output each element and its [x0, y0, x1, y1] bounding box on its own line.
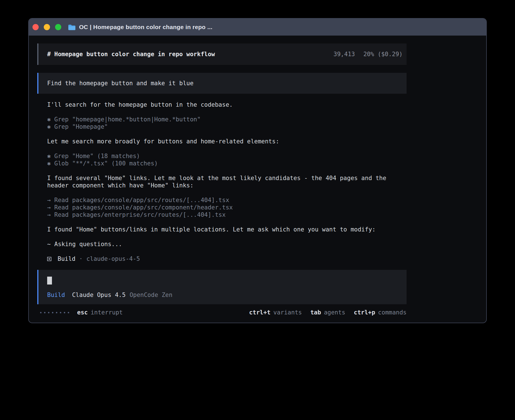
- folder-icon: [68, 24, 76, 30]
- shortcut-key: ctrl+t: [249, 309, 270, 316]
- assistant-status-text: ~ Asking questions...: [37, 240, 407, 248]
- prompt-input[interactable]: Build Claude Opus 4.5 OpenCode Zen: [37, 270, 407, 304]
- agent-icon: [47, 257, 51, 261]
- tool-call-read: → Read packages/enterprise/src/routes/[.…: [47, 211, 407, 218]
- tool-call-grep: ✱ Grep "homepage|home.*button|Home.*butt…: [47, 116, 407, 123]
- zoom-button[interactable]: [55, 24, 61, 30]
- input-model-label: Claude Opus 4.5: [72, 291, 126, 299]
- shortcut-label: variants: [273, 309, 302, 316]
- user-message-text: Find the homepage button and make it blu…: [47, 80, 193, 87]
- session-header: # Homepage button color change in repo w…: [37, 43, 407, 65]
- tool-call-read: → Read packages/console/app/src/componen…: [47, 204, 407, 211]
- agent-row: Build · claude-opus-4-5: [37, 255, 407, 262]
- input-meta: Build Claude Opus 4.5 OpenCode Zen: [47, 291, 398, 299]
- status-right: ctrl+t variants tab agents ctrl+p comman…: [249, 309, 407, 316]
- session-stats: 39,413 20% ($0.29): [333, 51, 403, 58]
- window-titlebar[interactable]: OC | Homepage button color change in rep…: [29, 19, 486, 36]
- terminal-content: # Homepage button color change in repo w…: [29, 36, 486, 323]
- tool-call-group: ✱ Grep "homepage|home.*button|Home.*butt…: [37, 116, 407, 130]
- shortcut-key: tab: [310, 309, 321, 316]
- terminal-window: OC | Homepage button color change in rep…: [28, 18, 487, 323]
- assistant-text: Let me search more broadly for buttons a…: [37, 138, 407, 145]
- assistant-text: I found "Home" buttons/links in multiple…: [37, 226, 390, 233]
- tool-call-grep: ✱ Grep "Homepage": [47, 123, 407, 130]
- text-cursor: [47, 277, 52, 285]
- desktop-background: OC | Homepage button color change in rep…: [0, 0, 515, 420]
- shortcut-label-interrupt: interrupt: [91, 309, 123, 316]
- tool-call-glob: ✱ Glob "**/*.tsx" (100 matches): [47, 160, 407, 167]
- shortcut-label: agents: [324, 309, 345, 316]
- agent-name: Build: [58, 255, 75, 262]
- assistant-text: I found several "Home" links. Let me loo…: [37, 174, 390, 189]
- window-title: OC | Homepage button color change in rep…: [79, 24, 212, 30]
- agent-model: claude-opus-4-5: [86, 255, 140, 262]
- tool-call-group: ✱ Grep "Home" (18 matches) ✱ Glob "**/*.…: [37, 152, 407, 167]
- tool-call-grep: ✱ Grep "Home" (18 matches): [47, 152, 407, 160]
- agent-separator: ·: [79, 255, 83, 262]
- close-button[interactable]: [32, 24, 39, 30]
- status-left: esc interrupt: [37, 309, 123, 316]
- input-mode-label: Build: [47, 291, 65, 299]
- context-cost: 20% ($0.29): [363, 51, 403, 58]
- shortcut-agents: tab agents: [310, 309, 345, 316]
- token-count: 39,413: [333, 51, 355, 58]
- status-bar: esc interrupt ctrl+t variants tab agents: [37, 309, 407, 316]
- tool-call-group: → Read packages/console/app/src/routes/[…: [37, 196, 407, 218]
- minimize-button[interactable]: [44, 24, 50, 30]
- user-message: Find the homepage button and make it blu…: [37, 73, 407, 94]
- shortcut-label: commands: [378, 309, 407, 316]
- session-title: # Homepage button color change in repo w…: [47, 51, 215, 58]
- shortcut-commands: ctrl+p commands: [354, 309, 407, 316]
- input-provider-label: OpenCode Zen: [130, 291, 173, 299]
- working-spinner-dots: [40, 312, 69, 313]
- shortcut-key: ctrl+p: [354, 309, 375, 316]
- assistant-text: I'll search for the homepage button in t…: [37, 101, 407, 108]
- shortcut-key-esc: esc: [77, 309, 88, 316]
- shortcut-variants: ctrl+t variants: [249, 309, 302, 316]
- tool-call-read: → Read packages/console/app/src/routes/[…: [47, 196, 407, 204]
- traffic-lights: [32, 24, 61, 30]
